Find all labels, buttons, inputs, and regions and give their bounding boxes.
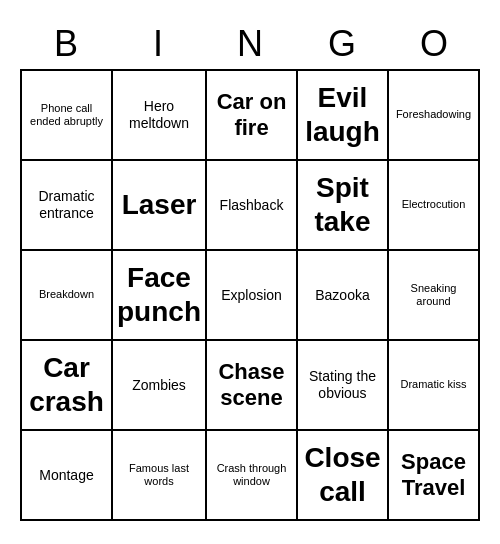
bingo-card: BINGO Phone call ended abruptlyHero melt… (10, 13, 490, 531)
cell-text: Close call (302, 441, 383, 508)
cell-text: Montage (39, 467, 93, 484)
bingo-cell: Sneaking around (389, 251, 480, 341)
cell-text: Zombies (132, 377, 186, 394)
cell-text: Stating the obvious (302, 368, 383, 402)
bingo-cell: Breakdown (22, 251, 113, 341)
bingo-cell: Montage (22, 431, 113, 521)
bingo-cell: Car crash (22, 341, 113, 431)
bingo-cell: Chase scene (207, 341, 298, 431)
bingo-cell: Evil laugh (298, 71, 389, 161)
cell-text: Flashback (220, 197, 284, 214)
title-letter: N (206, 23, 294, 65)
cell-text: Dramatic entrance (26, 188, 107, 222)
title-letter: G (298, 23, 386, 65)
cell-text: Space Travel (393, 449, 474, 502)
cell-text: Chase scene (211, 359, 292, 412)
cell-text: Hero meltdown (117, 98, 201, 132)
bingo-cell: Crash through window (207, 431, 298, 521)
bingo-cell: Dramatic entrance (22, 161, 113, 251)
cell-text: Face punch (117, 261, 201, 328)
bingo-cell: Foreshadowing (389, 71, 480, 161)
cell-text: Breakdown (39, 288, 94, 301)
cell-text: Car on fire (211, 89, 292, 142)
bingo-cell: Phone call ended abruptly (22, 71, 113, 161)
cell-text: Bazooka (315, 287, 369, 304)
bingo-grid: Phone call ended abruptlyHero meltdownCa… (20, 69, 480, 521)
bingo-cell: Zombies (113, 341, 207, 431)
cell-text: Explosion (221, 287, 282, 304)
bingo-cell: Spit take (298, 161, 389, 251)
bingo-cell: Space Travel (389, 431, 480, 521)
cell-text: Dramatic kiss (400, 378, 466, 391)
bingo-cell: Dramatic kiss (389, 341, 480, 431)
bingo-cell: Explosion (207, 251, 298, 341)
bingo-cell: Laser (113, 161, 207, 251)
bingo-cell: Flashback (207, 161, 298, 251)
cell-text: Sneaking around (393, 282, 474, 308)
title-letter: O (390, 23, 478, 65)
bingo-cell: Electrocution (389, 161, 480, 251)
cell-text: Laser (122, 188, 197, 222)
cell-text: Electrocution (402, 198, 466, 211)
cell-text: Phone call ended abruptly (26, 102, 107, 128)
cell-text: Famous last words (117, 462, 201, 488)
bingo-cell: Close call (298, 431, 389, 521)
cell-text: Spit take (302, 171, 383, 238)
bingo-cell: Famous last words (113, 431, 207, 521)
title-letter: B (22, 23, 110, 65)
bingo-cell: Stating the obvious (298, 341, 389, 431)
cell-text: Crash through window (211, 462, 292, 488)
bingo-title: BINGO (20, 23, 480, 65)
bingo-cell: Hero meltdown (113, 71, 207, 161)
cell-text: Foreshadowing (396, 108, 471, 121)
bingo-cell: Car on fire (207, 71, 298, 161)
cell-text: Evil laugh (302, 81, 383, 148)
cell-text: Car crash (26, 351, 107, 418)
title-letter: I (114, 23, 202, 65)
bingo-cell: Face punch (113, 251, 207, 341)
bingo-cell: Bazooka (298, 251, 389, 341)
